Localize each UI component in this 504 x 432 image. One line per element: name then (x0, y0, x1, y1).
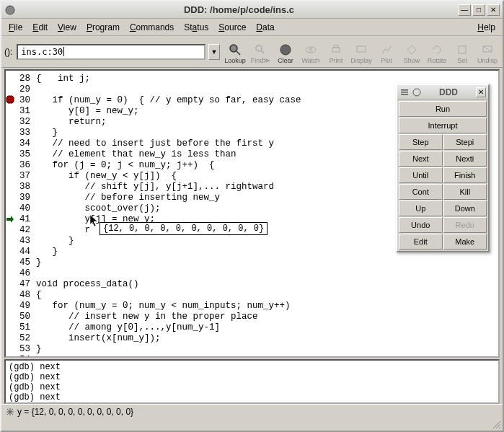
current-line-icon (6, 215, 14, 224)
line-number: 38 (7, 182, 36, 193)
value-tooltip: {12, 0, 0, 0, 0, 0, 0, 0, 0, 0} (100, 222, 268, 235)
command-panel-titlebar[interactable]: DDD ✕ (397, 85, 488, 100)
statusbar: y = {12, 0, 0, 0, 0, 0, 0, 0, 0, 0} (1, 404, 503, 418)
source-line[interactable]: 50 // insert new y in the proper place (7, 312, 497, 322)
line-number: 45 (7, 257, 36, 268)
location-dropdown[interactable]: ▼ (208, 44, 220, 60)
line-number: 53 (7, 344, 36, 355)
set-button[interactable]: Set (450, 38, 474, 66)
command-panel-close[interactable]: ✕ (476, 87, 486, 97)
code-text: // among y[0],...,y[num_y-1] (36, 322, 497, 333)
run-button[interactable]: Run (399, 101, 487, 117)
code-text (36, 268, 497, 279)
menu-view[interactable]: View (53, 20, 81, 35)
svg-point-7 (309, 48, 312, 51)
line-number: 47 (7, 279, 36, 290)
lookup-button[interactable]: Lookup (223, 38, 247, 66)
breakpoint-icon[interactable] (6, 95, 14, 104)
source-line[interactable]: 52 insert(x[num_y]); (7, 333, 497, 344)
watch-button[interactable]: Watch (299, 38, 323, 66)
svg-point-0 (6, 6, 14, 14)
clear-button[interactable]: Clear (273, 38, 298, 66)
up-button[interactable]: Up (399, 200, 443, 216)
code-text: for (num_y = 0; num_y < num_inputs; num_… (36, 301, 497, 312)
menu-source[interactable]: Source (214, 20, 250, 35)
line-number: 46 (7, 268, 36, 279)
edit-button[interactable]: Edit (399, 234, 443, 250)
minimize-button[interactable]: — (458, 4, 471, 16)
line-number: 29 (7, 84, 36, 95)
next-button[interactable]: Next (399, 151, 443, 167)
display-button[interactable]: Display (349, 38, 373, 66)
console-line: (gdb) next (9, 392, 495, 402)
maximize-button[interactable]: □ (472, 4, 485, 16)
source-line[interactable]: 51 // among y[0],...,y[num_y-1] (7, 322, 497, 333)
menu-file[interactable]: File (4, 20, 27, 35)
line-number: 52 (7, 333, 36, 344)
line-number: 43 (7, 236, 36, 247)
redo-button[interactable]: Redo (443, 217, 487, 233)
show-button[interactable]: Show (399, 38, 424, 66)
finish-button[interactable]: Finish (443, 167, 487, 183)
source-line[interactable]: 48{ (7, 290, 497, 301)
titlebar: DDD: /home/p/code/ins.c — □ ✕ (1, 1, 503, 19)
interrupt-button[interactable]: Interrupt (399, 118, 487, 133)
svg-rect-8 (332, 48, 340, 52)
menu-status[interactable]: Status (180, 20, 213, 35)
menu-help[interactable]: Help (473, 20, 500, 35)
svg-marker-14 (6, 96, 14, 103)
line-number: 37 (7, 171, 36, 182)
kill-button[interactable]: Kill (443, 184, 487, 200)
svg-rect-16 (401, 92, 408, 93)
line-number: 36 (7, 160, 36, 171)
rotate-button[interactable]: Rotate (425, 38, 449, 66)
make-button[interactable]: Make (443, 234, 487, 250)
code-text: void process_data() (36, 279, 497, 290)
mouse-cursor-icon (89, 214, 100, 227)
source-line[interactable]: 28{ int j; (7, 74, 497, 84)
command-panel[interactable]: DDD ✕ Run Interrupt StepStepi NextNexti … (396, 84, 490, 252)
line-number: 35 (7, 149, 36, 160)
stepi-button[interactable]: Stepi (443, 134, 487, 150)
nexti-button[interactable]: Nexti (443, 151, 487, 167)
line-number: 42 (7, 225, 36, 236)
source-line[interactable]: 49 for (num_y = 0; num_y < num_inputs; n… (7, 301, 497, 312)
undo-button[interactable]: Undo (399, 217, 443, 233)
location-label: (): (4, 47, 12, 57)
line-number: 50 (7, 312, 36, 322)
source-line[interactable]: 53} (7, 344, 497, 355)
step-button[interactable]: Step (399, 134, 443, 150)
resize-grip[interactable] (491, 419, 501, 429)
down-button[interactable]: Down (443, 200, 487, 216)
source-line[interactable]: 46 (7, 268, 497, 279)
until-button[interactable]: Until (399, 167, 443, 183)
panel-menu-icon[interactable] (399, 87, 410, 97)
source-line[interactable]: 47void process_data() (7, 279, 497, 290)
svg-rect-10 (357, 46, 366, 52)
location-input[interactable]: ins.c:30 (17, 44, 205, 60)
close-button[interactable]: ✕ (487, 4, 500, 16)
console-line: (gdb) next (9, 382, 495, 392)
menubar: File Edit View Program Commands Status S… (1, 19, 503, 36)
status-lock-icon (6, 407, 14, 416)
undisp-button[interactable]: Undisp (475, 38, 500, 66)
code-text: insert(x[num_y]); (36, 333, 497, 344)
code-text: // insert new y in the proper place (36, 312, 497, 322)
svg-rect-9 (334, 45, 338, 48)
line-number: 31 (7, 106, 36, 117)
find-button[interactable]: Find≫ (248, 38, 273, 66)
cont-button[interactable]: Cont (399, 184, 443, 200)
menu-edit[interactable]: Edit (28, 20, 52, 35)
print-button[interactable]: Print (324, 38, 348, 66)
source-line[interactable]: 45} (7, 257, 497, 268)
menu-commands[interactable]: Commands (125, 20, 178, 35)
app-icon (4, 4, 16, 16)
console-line: (gdb) next (9, 362, 495, 372)
gdb-console[interactable]: (gdb) next (gdb) next (gdb) next (gdb) n… (4, 359, 500, 404)
source-line[interactable]: 54 (7, 355, 497, 358)
plot-button[interactable]: Plot (374, 38, 399, 66)
line-number: 49 (7, 301, 36, 312)
menu-data[interactable]: Data (252, 20, 278, 35)
menu-program[interactable]: Program (82, 20, 124, 35)
line-number: 33 (7, 128, 36, 138)
